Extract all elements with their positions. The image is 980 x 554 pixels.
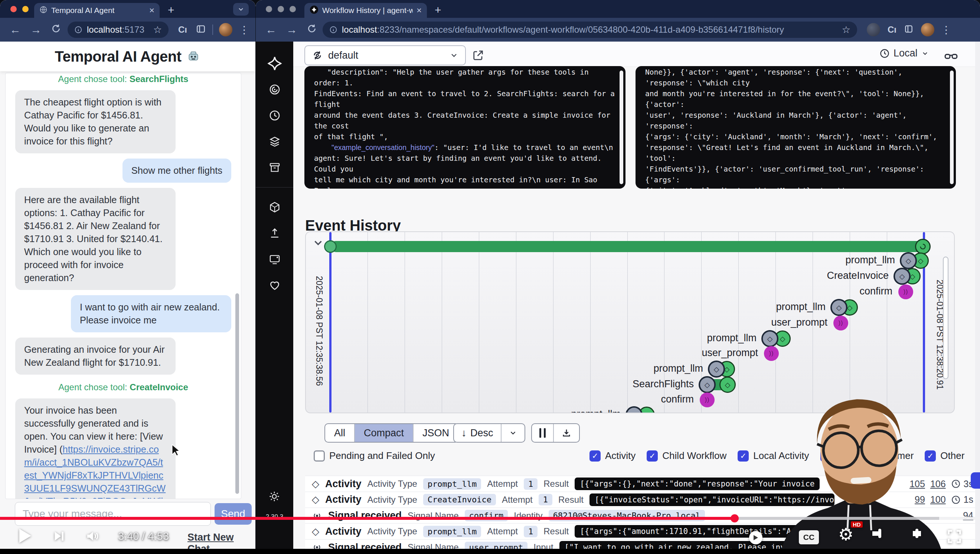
pause-updates-button[interactable] [532,424,553,442]
reload-icon[interactable] [307,23,317,36]
side-panel-icon[interactable] [196,24,206,35]
activity-scheduled-marker[interactable]: ◇ [830,299,848,316]
pending-failed-checkbox[interactable] [314,451,325,462]
signal-marker[interactable]: )) [834,315,848,331]
video-progress-buffered[interactable] [735,517,939,520]
signal-marker[interactable]: )) [898,285,913,299]
browser-menu-icon[interactable]: ⋮ [941,24,951,36]
profile-icon[interactable] [867,23,880,37]
stack-icon[interactable] [267,133,283,150]
address-bar[interactable]: localhost:8233/namespaces/default/workfl… [323,22,857,38]
sort-order-control[interactable]: ↓Desc [453,423,525,443]
robot-emoji-icon [186,49,201,64]
workflow-execution-bar[interactable] [330,241,926,252]
workflow-input-json-left[interactable]: "description": "Help the user gather arg… [304,66,625,189]
code-text: "description": "Help the user gather arg… [314,67,616,189]
scroll-action-button[interactable] [971,472,980,489]
activity-completed-marker[interactable]: ◇ [719,377,736,393]
workflow-start-marker [324,240,337,253]
namespace-value: default [328,50,444,61]
view-mode-all[interactable]: All [325,424,355,442]
minimize-window-button[interactable] [22,6,29,12]
signal-marker[interactable]: )) [700,392,714,408]
activity-row-icon: ◇ [312,494,319,505]
mouse-cursor [171,444,182,457]
new-tab-button[interactable]: + [435,4,441,16]
browser-menu-icon[interactable]: ⋮ [239,24,250,36]
code-scrollbar[interactable] [620,70,623,184]
download-history-button[interactable] [554,424,579,442]
view-mode-json[interactable]: JSON [414,424,458,442]
timezone-selector[interactable]: Local [880,48,929,59]
collapse-timeline-icon[interactable] [312,237,325,251]
video-progress-handle[interactable] [730,514,739,522]
toolbar-divider [212,24,213,35]
extension-ci-icon[interactable]: Cı [178,24,187,35]
activity-scheduled-marker[interactable]: ◇ [900,252,917,269]
code-scrollbar[interactable] [950,70,954,184]
activity-scheduled-marker[interactable]: ◇ [894,268,911,285]
pending-failed-label: Pending and Failed Only [329,450,435,462]
timeline-event-label: prompt_llm [845,254,895,266]
video-letterbox-bar [0,549,980,554]
labs-glasses-icon[interactable] [943,48,959,65]
workflows-icon[interactable] [267,81,283,98]
feedback-icon[interactable] [267,251,283,267]
namespace-selector[interactable]: default [304,45,466,65]
forward-icon[interactable]: → [286,23,298,36]
chat-message-row: Your invoice has been successfully gener… [15,398,231,499]
profile-avatar[interactable] [921,23,934,37]
video-progress-played[interactable] [0,517,735,520]
new-tab-button[interactable]: + [168,4,175,16]
activity-scheduled-marker[interactable]: ◇ [625,406,643,413]
address-bar[interactable]: localhost:5173 ☆ [68,22,169,38]
invoice-link[interactable]: https://invoice.stripe.com/i/acct_1NBOLu… [24,444,165,499]
chat-scrollbar[interactable] [235,293,239,494]
extension-ci-icon[interactable]: Cı [888,24,896,35]
pending-failed-filter[interactable]: Pending and Failed Only [314,450,435,462]
minimize-window-button[interactable] [278,6,284,12]
close-window-button[interactable] [266,6,272,12]
deployments-icon[interactable] [267,199,283,215]
filter-checkbox-activity[interactable]: ✓ [590,451,601,462]
profile-avatar[interactable] [219,23,232,37]
agent-message-bubble: Here are the available flight options: 1… [15,188,176,290]
reload-icon[interactable] [51,23,61,36]
bookmark-star-icon[interactable]: ☆ [153,24,162,36]
extensions-puzzle-icon[interactable] [904,24,913,35]
sort-options-chevron-icon [501,424,525,442]
back-icon[interactable]: ← [10,23,21,36]
browser-tab[interactable]: Temporal AI Agent × [34,3,160,18]
tab-search-button[interactable] [233,3,249,16]
view-mode-compact[interactable]: Compact [355,424,414,442]
theme-toggle-sun-icon[interactable] [266,488,283,505]
tab-close-icon[interactable]: × [149,6,154,15]
back-icon[interactable]: ← [266,23,277,36]
bookmark-star-icon[interactable]: ☆ [842,24,850,36]
send-button[interactable]: Send [215,503,252,525]
video-progress-remaining[interactable] [939,517,980,520]
activity-scheduled-marker[interactable]: ◇ [708,361,725,377]
schedules-icon[interactable] [267,107,283,124]
import-icon[interactable] [267,225,283,241]
close-window-button[interactable] [10,6,17,12]
filter-checkbox-child-workflow[interactable]: ✓ [647,451,658,462]
agent-message-bubble: Your invoice has been successfully gener… [15,398,176,499]
message-input[interactable] [15,502,211,526]
zoom-window-button[interactable] [290,6,296,12]
archive-icon[interactable] [267,159,283,176]
page-title: Temporal AI Agent [54,48,181,65]
activity-scheduled-marker[interactable]: ◇ [761,330,778,347]
timeline-scrollbar[interactable] [943,256,948,379]
forward-icon[interactable]: → [30,23,41,36]
workflow-input-json-right[interactable]: None}}, {'actor': 'agent', 'response': {… [635,66,956,189]
heart-icon[interactable] [267,277,283,293]
open-namespace-icon[interactable] [472,49,484,63]
temporal-logo-icon[interactable] [267,55,283,72]
activity-scheduled-marker[interactable]: ◇ [698,376,716,393]
signal-marker[interactable]: )) [764,346,779,361]
timeline-gridline [590,232,590,412]
browser-tab[interactable]: Workflow History | agent-wor × [304,3,427,18]
tab-close-icon[interactable]: × [417,6,422,15]
filter-checkbox-local-activity[interactable]: ✓ [738,451,749,462]
